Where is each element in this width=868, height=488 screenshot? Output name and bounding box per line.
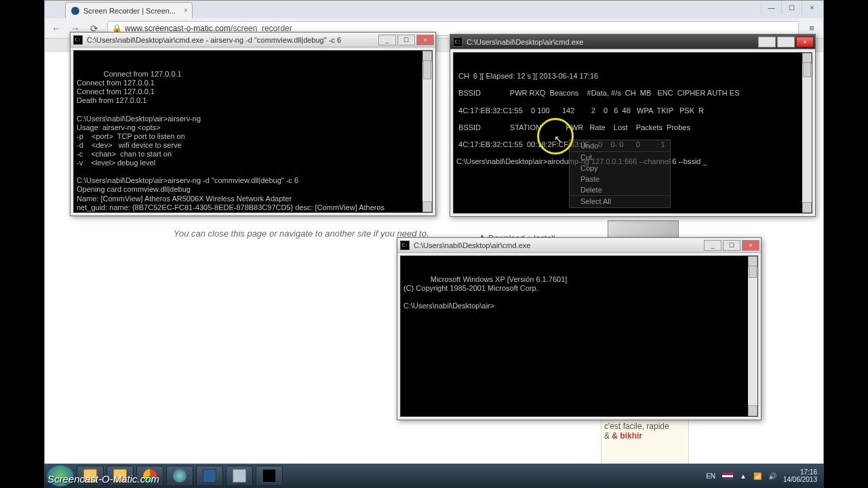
cmd3-max[interactable]: ☐ [723, 240, 741, 251]
taskbar-app2[interactable] [226, 466, 253, 486]
cube-icon [203, 469, 216, 483]
cmd3-console[interactable]: Microsoft Windows XP [Versión 6.1.7601] … [400, 256, 758, 417]
cmd-window-airserv[interactable]: C:\Users\nabil\Desktop\air\cmd.exe - air… [70, 32, 436, 216]
cmd3-min[interactable]: _ [704, 240, 722, 251]
context-menu-item[interactable]: Cut [570, 152, 670, 163]
tray-chevron-icon[interactable]: ▲ [740, 472, 747, 480]
tab-strip: Screen Recorder | Screen... × [45, 1, 823, 18]
cmd1-title-text: C:\Users\nabil\Desktop\air\cmd.exe - air… [87, 36, 341, 44]
system-tray[interactable]: EN ▲ 📶 🔊 17:16 14/06/2013 [706, 468, 824, 483]
favicon-icon [71, 7, 79, 15]
cmd3-titlebar[interactable]: C:\Users\nabil\Desktop\air\cmd.exe _ ☐ × [397, 238, 761, 253]
ad-brand: & bikhir [612, 431, 642, 441]
tab-close-icon[interactable]: × [184, 6, 188, 14]
window-max-button[interactable]: ☐ [781, 1, 802, 14]
recorder-watermark: Screencast-O-Matic.com [47, 473, 159, 485]
cmd3-scrollbar[interactable] [748, 256, 757, 416]
cmd3-output: Microsoft Windows XP [Versión 6.1.7601] … [403, 275, 567, 310]
cmd3-close[interactable]: × [742, 240, 760, 251]
cmd2-cols1: BSSID PWR RXQ Beacons #Data, #/s CH MB E… [456, 89, 740, 97]
cmd2-scrollbar[interactable] [802, 53, 812, 213]
windows-taskbar[interactable]: EN ▲ 📶 🔊 17:16 14/06/2013 [44, 464, 824, 488]
cmd1-titlebar[interactable]: C:\Users\nabil\Desktop\air\cmd.exe - air… [71, 33, 435, 47]
context-menu-item[interactable]: Paste [570, 174, 670, 184]
window-min-button[interactable]: — [761, 1, 781, 14]
cmd1-max[interactable]: ☐ [397, 35, 415, 45]
monitor-icon [233, 469, 246, 483]
cmd1-console[interactable]: Connect from 127.0.0.1 Connect from 127.… [73, 50, 433, 213]
cmd3-title-text: C:\Users\nabil\Desktop\air\cmd.exe [414, 241, 530, 249]
context-menu-item[interactable]: Delete [570, 184, 670, 195]
cmd1-close[interactable]: × [416, 35, 434, 45]
tray-sound-icon[interactable]: 🔊 [768, 472, 776, 480]
cmd1-min[interactable]: _ [378, 35, 396, 45]
context-menu[interactable]: UndoCutCopyPasteDeleteSelect All [569, 140, 671, 208]
tray-network-icon[interactable]: 📶 [753, 472, 762, 480]
gear-icon [173, 469, 186, 483]
window-close-button[interactable]: × [802, 1, 822, 14]
context-menu-item[interactable]: Undo [570, 140, 670, 151]
cmd2-titlebar[interactable]: C:\Users\nabil\Desktop\air\cmd.exe _ ☐ × [450, 35, 815, 49]
cmd-icon [73, 35, 83, 45]
browser-tab[interactable]: Screen Recorder | Screen... × [65, 2, 193, 18]
page-hint-text: You can close this page or navigate to a… [174, 228, 429, 239]
ad-box[interactable]: c'est facile, rapide & & bikhir [601, 418, 689, 466]
ad-line1: c'est facile, rapide [604, 422, 669, 431]
cmd-icon [453, 37, 462, 47]
taskbar-cmd[interactable] [256, 466, 283, 486]
cmd2-row1: 4C:17:EB:32:C1:55 0 100 142 2 0 6 48 WPA… [456, 106, 704, 115]
cmd-icon [400, 241, 410, 250]
tray-clock[interactable]: 17:16 14/06/2013 [783, 468, 817, 483]
cmd2-close[interactable]: × [796, 37, 814, 47]
context-menu-item[interactable]: Copy [570, 163, 670, 174]
cmd-window-idle[interactable]: C:\Users\nabil\Desktop\air\cmd.exe _ ☐ ×… [397, 237, 762, 420]
context-menu-item[interactable]: Select All [570, 196, 670, 207]
tab-title: Screen Recorder | Screen... [83, 7, 176, 15]
tray-date: 14/06/2013 [783, 476, 817, 483]
tray-lang[interactable]: EN [706, 472, 715, 480]
back-button[interactable]: ← [50, 22, 62, 35]
cmd2-min[interactable]: _ [758, 37, 776, 47]
cmd-window-airodump[interactable]: C:\Users\nabil\Desktop\air\cmd.exe _ ☐ ×… [450, 34, 816, 217]
cmd1-output: Connect from 127.0.0.1 Connect from 127.… [77, 70, 384, 213]
taskbar-app1[interactable] [166, 466, 193, 486]
cmd1-scrollbar[interactable] [422, 51, 432, 212]
tray-flag-icon[interactable] [722, 472, 733, 480]
taskbar-virtualbox[interactable] [196, 466, 223, 486]
chrome-menu-button[interactable]: ≡ [806, 22, 818, 35]
cmd2-cols2: BSSID STATION PWR Rate Lost Packets Prob… [456, 123, 690, 131]
cmd2-max[interactable]: ☐ [777, 37, 795, 47]
cmd2-header: CH 6 ][ Elapsed: 12 s ][ 2013-06-14 17:1… [456, 72, 598, 80]
cmd2-title-text: C:\Users\nabil\Desktop\air\cmd.exe [467, 38, 583, 46]
terminal-icon [262, 469, 276, 483]
tray-time: 17:16 [783, 468, 817, 476]
cmd2-console[interactable]: CH 6 ][ Elapsed: 12 s ][ 2013-06-14 17:1… [453, 52, 812, 214]
